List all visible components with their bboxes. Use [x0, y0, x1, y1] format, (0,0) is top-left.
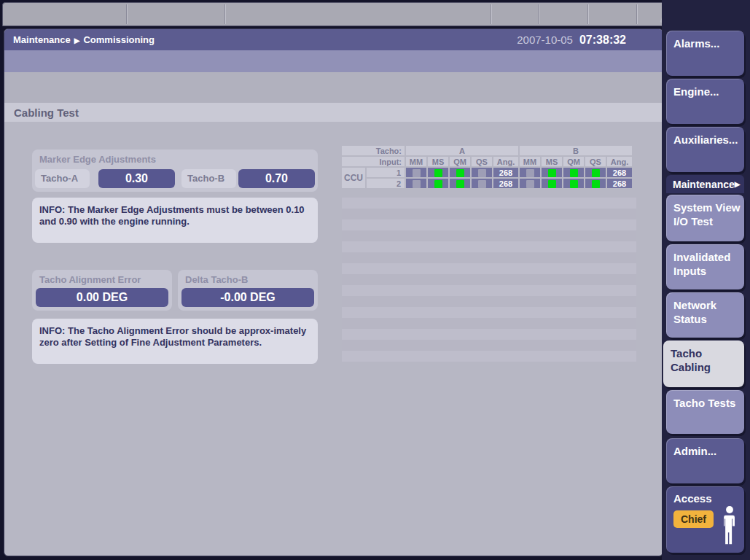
column-header: QM [563, 157, 584, 166]
empty-table-row [342, 219, 636, 230]
tacho-alignment-error-title: Tacho Alignment Error [32, 270, 172, 285]
breadcrumb-section: Maintenance [13, 34, 71, 45]
delta-tacho-b-title: Delta Tacho-B [178, 270, 318, 285]
signal-indicator-cell [472, 179, 492, 188]
tacho-alignment-error-value: 0.00 DEG [36, 288, 168, 307]
empty-table-row [342, 230, 636, 241]
arrow-right-icon: ▶ [735, 180, 741, 188]
subheader-bar [4, 50, 663, 72]
tacho-group-header: A [406, 146, 518, 155]
signal-indicator-on [456, 180, 464, 188]
access-label: Access [666, 486, 744, 505]
maintenance-section-header[interactable]: Maintenance ▶ [666, 175, 744, 193]
signal-indicator-on [548, 169, 556, 177]
tab-tacho-cabling[interactable]: Tacho Cabling [663, 341, 744, 387]
signal-indicator-off [478, 180, 486, 188]
column-header: QM [450, 157, 470, 166]
empty-table-row [342, 296, 636, 307]
tacho-row-label: Tacho: [342, 146, 405, 155]
breadcrumb-page: Commissioning [83, 34, 155, 45]
input-number: 1 [367, 168, 405, 177]
signal-indicator-cell [585, 179, 606, 188]
signal-indicator-on [570, 180, 578, 188]
segment-divider [636, 4, 637, 24]
content-area: Marker Edge Adjustments Tacho-A 0.30 Tac… [4, 122, 663, 556]
tab-network-status[interactable]: Network Status [666, 292, 744, 338]
empty-table-row [342, 209, 636, 219]
signal-indicator-cell [563, 179, 584, 188]
segment-divider [126, 4, 127, 24]
sidebar: Alarms... Engine... Auxiliaries... Maint… [662, 0, 750, 560]
signal-indicator-cell [542, 179, 562, 188]
spacer-band [4, 72, 663, 103]
alarms-button[interactable]: Alarms... [666, 31, 744, 76]
tab-system-view-io-test[interactable]: System View I/O Test [666, 195, 744, 241]
signal-indicator-cell [406, 168, 426, 177]
signal-indicator-cell [520, 168, 540, 177]
tab-invalidated-inputs[interactable]: Invalidated Inputs [666, 244, 744, 289]
angle-value-cell: 268 [607, 179, 632, 188]
signal-indicator-cell [450, 179, 470, 188]
access-panel[interactable]: Access Chief [666, 486, 744, 553]
segment-divider [224, 4, 225, 24]
signal-indicator-cell [472, 168, 492, 177]
angle-value-cell: 268 [493, 168, 518, 177]
signal-indicator-on [548, 180, 556, 188]
marker-edge-title: Marker Edge Adjustments [32, 149, 318, 165]
tacho-alignment-error-panel: Tacho Alignment Error 0.00 DEG [32, 270, 172, 311]
signal-indicator-off [526, 180, 534, 188]
access-level-badge: Chief [673, 510, 714, 528]
segment-divider [587, 4, 588, 24]
signal-indicator-on [434, 180, 442, 188]
signal-indicator-on [570, 169, 578, 177]
admin-button[interactable]: Admin... [666, 438, 744, 483]
tacho-a-label: Tacho-A [35, 169, 90, 188]
auxiliaries-button[interactable]: Auxiliaries... [666, 127, 744, 172]
top-status-bar: 0 0 1 0 [2, 2, 746, 26]
column-header: MM [520, 157, 540, 166]
empty-table-row [342, 263, 636, 274]
delta-tacho-b-value: -0.00 DEG [181, 288, 314, 307]
signal-indicator-on [434, 169, 442, 177]
column-header: MS [428, 157, 448, 166]
empty-table-row [342, 241, 636, 252]
empty-table-row [342, 198, 636, 209]
column-header: QS [472, 157, 492, 166]
marker-edge-info: INFO: The Marker Edge Adjustments must b… [32, 198, 318, 243]
empty-table-row [342, 307, 636, 318]
screen: { "top_bar": { "counters": [ {"value": "… [0, 0, 750, 560]
person-icon [722, 505, 738, 546]
signal-indicator-on [592, 180, 600, 188]
column-header: Ang. [607, 157, 632, 166]
table-row: CCU1268268 [342, 168, 632, 177]
breadcrumb-arrow-icon: ▶ [74, 36, 80, 44]
empty-table-row [342, 329, 636, 340]
signal-indicator-off [413, 180, 421, 188]
tab-tacho-tests[interactable]: Tacho Tests [666, 390, 744, 434]
segment-divider [491, 4, 491, 24]
tacho-cabling-table: Tacho:ABInput:MMMSQMQSAng.MMMSQMQSAng.CC… [340, 144, 633, 190]
main-panel: Maintenance▶Commissioning 2007-10-05 07:… [4, 28, 663, 556]
input-number: 2 [367, 179, 405, 188]
segment-divider [538, 4, 539, 24]
signal-indicator-on [592, 169, 600, 177]
empty-table-row [342, 351, 636, 362]
tacho-a-value-field[interactable]: 0.30 [98, 169, 175, 188]
column-header: MS [542, 157, 562, 166]
column-header: MM [406, 157, 426, 166]
signal-indicator-cell [406, 179, 426, 188]
header-bar: Maintenance▶Commissioning 2007-10-05 07:… [4, 29, 663, 50]
empty-rows-area [342, 198, 636, 362]
engine-button[interactable]: Engine... [666, 79, 744, 124]
page-title-band: Cabling Test [4, 103, 663, 122]
time-display: 07:38:32 [579, 34, 626, 47]
signal-indicator-cell [563, 168, 584, 177]
signal-indicator-cell [450, 168, 470, 177]
datetime: 2007-10-05 07:38:32 [517, 29, 626, 50]
tacho-b-value-field[interactable]: 0.70 [238, 169, 315, 188]
empty-table-row [342, 274, 636, 285]
tacho-b-label: Tacho-B [181, 169, 236, 188]
signal-indicator-cell [585, 168, 606, 177]
input-row-label: Input: [342, 157, 405, 166]
table-row: 2268268 [342, 179, 632, 188]
